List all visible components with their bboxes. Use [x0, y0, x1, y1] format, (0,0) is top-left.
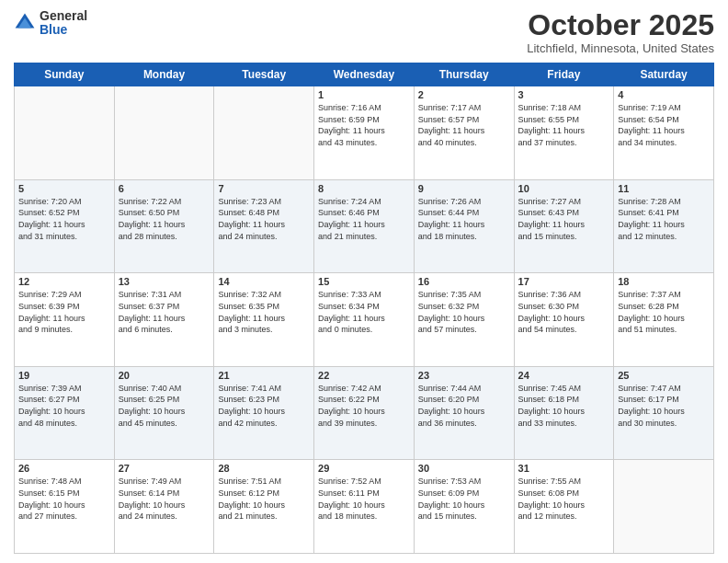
day-number: 19 — [18, 370, 110, 381]
day-number: 16 — [418, 276, 510, 287]
calendar-cell-w3-d5: 24Sunrise: 7:45 AM Sunset: 6:18 PM Dayli… — [514, 366, 614, 460]
day-info: Sunrise: 7:24 AM Sunset: 6:46 PM Dayligh… — [318, 196, 410, 242]
day-number: 23 — [418, 370, 510, 381]
calendar-cell-w4-d3: 29Sunrise: 7:52 AM Sunset: 6:11 PM Dayli… — [314, 460, 415, 554]
calendar-cell-w1-d4: 9Sunrise: 7:26 AM Sunset: 6:44 PM Daylig… — [414, 179, 514, 273]
day-number: 7 — [218, 183, 310, 194]
day-number: 2 — [418, 89, 510, 100]
calendar-week-3: 19Sunrise: 7:39 AM Sunset: 6:27 PM Dayli… — [15, 366, 714, 460]
calendar-cell-w3-d4: 23Sunrise: 7:44 AM Sunset: 6:20 PM Dayli… — [414, 366, 514, 460]
day-info: Sunrise: 7:32 AM Sunset: 6:35 PM Dayligh… — [218, 289, 310, 335]
day-info: Sunrise: 7:41 AM Sunset: 6:23 PM Dayligh… — [218, 383, 310, 429]
day-info: Sunrise: 7:19 AM Sunset: 6:54 PM Dayligh… — [618, 102, 710, 148]
calendar-week-0: 1Sunrise: 7:16 AM Sunset: 6:59 PM Daylig… — [15, 86, 714, 180]
calendar-cell-w2-d1: 13Sunrise: 7:31 AM Sunset: 6:37 PM Dayli… — [114, 273, 214, 367]
calendar-cell-w2-d6: 18Sunrise: 7:37 AM Sunset: 6:28 PM Dayli… — [614, 273, 714, 367]
calendar-cell-w2-d0: 12Sunrise: 7:29 AM Sunset: 6:39 PM Dayli… — [15, 273, 115, 367]
day-number: 21 — [218, 370, 310, 381]
header-monday: Monday — [114, 63, 214, 86]
header-thursday: Thursday — [414, 63, 514, 86]
day-info: Sunrise: 7:35 AM Sunset: 6:32 PM Dayligh… — [418, 289, 510, 335]
calendar-week-2: 12Sunrise: 7:29 AM Sunset: 6:39 PM Dayli… — [15, 273, 714, 367]
day-info: Sunrise: 7:17 AM Sunset: 6:57 PM Dayligh… — [418, 102, 510, 148]
day-info: Sunrise: 7:47 AM Sunset: 6:17 PM Dayligh… — [618, 383, 710, 429]
calendar-cell-w2-d5: 17Sunrise: 7:36 AM Sunset: 6:30 PM Dayli… — [514, 273, 614, 367]
calendar-cell-w0-d3: 1Sunrise: 7:16 AM Sunset: 6:59 PM Daylig… — [314, 86, 415, 180]
calendar-cell-w3-d3: 22Sunrise: 7:42 AM Sunset: 6:22 PM Dayli… — [314, 366, 415, 460]
calendar-cell-w1-d3: 8Sunrise: 7:24 AM Sunset: 6:46 PM Daylig… — [314, 179, 415, 273]
day-number: 12 — [18, 276, 110, 287]
calendar-cell-w0-d1 — [114, 86, 214, 180]
day-info: Sunrise: 7:27 AM Sunset: 6:43 PM Dayligh… — [518, 196, 610, 242]
day-info: Sunrise: 7:31 AM Sunset: 6:37 PM Dayligh… — [119, 289, 210, 335]
day-info: Sunrise: 7:44 AM Sunset: 6:20 PM Dayligh… — [418, 383, 510, 429]
day-number: 27 — [119, 463, 210, 474]
day-number: 25 — [618, 370, 710, 381]
day-number: 6 — [119, 183, 210, 194]
day-info: Sunrise: 7:20 AM Sunset: 6:52 PM Dayligh… — [18, 196, 110, 242]
calendar-cell-w1-d5: 10Sunrise: 7:27 AM Sunset: 6:43 PM Dayli… — [514, 179, 614, 273]
calendar-cell-w1-d1: 6Sunrise: 7:22 AM Sunset: 6:50 PM Daylig… — [114, 179, 214, 273]
calendar-cell-w0-d2 — [214, 86, 314, 180]
header-sunday: Sunday — [15, 63, 115, 86]
calendar-cell-w4-d2: 28Sunrise: 7:51 AM Sunset: 6:12 PM Dayli… — [214, 460, 314, 554]
calendar-cell-w3-d0: 19Sunrise: 7:39 AM Sunset: 6:27 PM Dayli… — [15, 366, 115, 460]
day-info: Sunrise: 7:55 AM Sunset: 6:08 PM Dayligh… — [518, 476, 610, 522]
logo-general-text: General — [40, 9, 87, 23]
day-info: Sunrise: 7:45 AM Sunset: 6:18 PM Dayligh… — [518, 383, 610, 429]
calendar-cell-w1-d6: 11Sunrise: 7:28 AM Sunset: 6:41 PM Dayli… — [614, 179, 714, 273]
day-number: 20 — [119, 370, 210, 381]
calendar-cell-w3-d1: 20Sunrise: 7:40 AM Sunset: 6:25 PM Dayli… — [114, 366, 214, 460]
logo-icon — [14, 12, 36, 34]
calendar-week-1: 5Sunrise: 7:20 AM Sunset: 6:52 PM Daylig… — [15, 179, 714, 273]
calendar-week-4: 26Sunrise: 7:48 AM Sunset: 6:15 PM Dayli… — [15, 460, 714, 554]
day-number: 9 — [418, 183, 510, 194]
day-number: 15 — [318, 276, 410, 287]
day-number: 24 — [518, 370, 610, 381]
day-number: 18 — [618, 276, 710, 287]
day-info: Sunrise: 7:39 AM Sunset: 6:27 PM Dayligh… — [18, 383, 110, 429]
calendar-header-row: Sunday Monday Tuesday Wednesday Thursday… — [15, 63, 714, 86]
day-number: 3 — [518, 89, 610, 100]
calendar-cell-w2-d4: 16Sunrise: 7:35 AM Sunset: 6:32 PM Dayli… — [414, 273, 514, 367]
day-number: 31 — [518, 463, 610, 474]
header-wednesday: Wednesday — [314, 63, 415, 86]
day-number: 10 — [518, 183, 610, 194]
calendar-cell-w3-d2: 21Sunrise: 7:41 AM Sunset: 6:23 PM Dayli… — [214, 366, 314, 460]
day-number: 30 — [418, 463, 510, 474]
day-info: Sunrise: 7:23 AM Sunset: 6:48 PM Dayligh… — [218, 196, 310, 242]
calendar-cell-w3-d6: 25Sunrise: 7:47 AM Sunset: 6:17 PM Dayli… — [614, 366, 714, 460]
day-number: 4 — [618, 89, 710, 100]
logo: General Blue — [14, 9, 87, 38]
day-number: 5 — [18, 183, 110, 194]
location-subtitle: Litchfield, Minnesota, United States — [527, 41, 714, 55]
header-tuesday: Tuesday — [214, 63, 314, 86]
day-number: 1 — [318, 89, 410, 100]
header-friday: Friday — [514, 63, 614, 86]
day-info: Sunrise: 7:16 AM Sunset: 6:59 PM Dayligh… — [318, 102, 410, 148]
day-number: 26 — [18, 463, 110, 474]
title-block: October 2025 Litchfield, Minnesota, Unit… — [527, 9, 714, 55]
day-info: Sunrise: 7:48 AM Sunset: 6:15 PM Dayligh… — [18, 476, 110, 522]
calendar-cell-w4-d6 — [614, 460, 714, 554]
day-info: Sunrise: 7:18 AM Sunset: 6:55 PM Dayligh… — [518, 102, 610, 148]
header: General Blue October 2025 Litchfield, Mi… — [14, 9, 714, 55]
day-info: Sunrise: 7:42 AM Sunset: 6:22 PM Dayligh… — [318, 383, 410, 429]
calendar-cell-w1-d0: 5Sunrise: 7:20 AM Sunset: 6:52 PM Daylig… — [15, 179, 115, 273]
calendar-body: 1Sunrise: 7:16 AM Sunset: 6:59 PM Daylig… — [15, 86, 714, 554]
calendar-cell-w0-d4: 2Sunrise: 7:17 AM Sunset: 6:57 PM Daylig… — [414, 86, 514, 180]
day-info: Sunrise: 7:28 AM Sunset: 6:41 PM Dayligh… — [618, 196, 710, 242]
calendar-table: Sunday Monday Tuesday Wednesday Thursday… — [14, 63, 714, 554]
header-saturday: Saturday — [614, 63, 714, 86]
day-info: Sunrise: 7:33 AM Sunset: 6:34 PM Dayligh… — [318, 289, 410, 335]
day-info: Sunrise: 7:36 AM Sunset: 6:30 PM Dayligh… — [518, 289, 610, 335]
logo-blue-text: Blue — [40, 23, 87, 37]
day-number: 29 — [318, 463, 410, 474]
calendar-cell-w4-d1: 27Sunrise: 7:49 AM Sunset: 6:14 PM Dayli… — [114, 460, 214, 554]
day-number: 13 — [119, 276, 210, 287]
day-info: Sunrise: 7:49 AM Sunset: 6:14 PM Dayligh… — [119, 476, 210, 522]
day-info: Sunrise: 7:29 AM Sunset: 6:39 PM Dayligh… — [18, 289, 110, 335]
logo-text: General Blue — [40, 9, 87, 38]
calendar-cell-w4-d5: 31Sunrise: 7:55 AM Sunset: 6:08 PM Dayli… — [514, 460, 614, 554]
day-number: 28 — [218, 463, 310, 474]
